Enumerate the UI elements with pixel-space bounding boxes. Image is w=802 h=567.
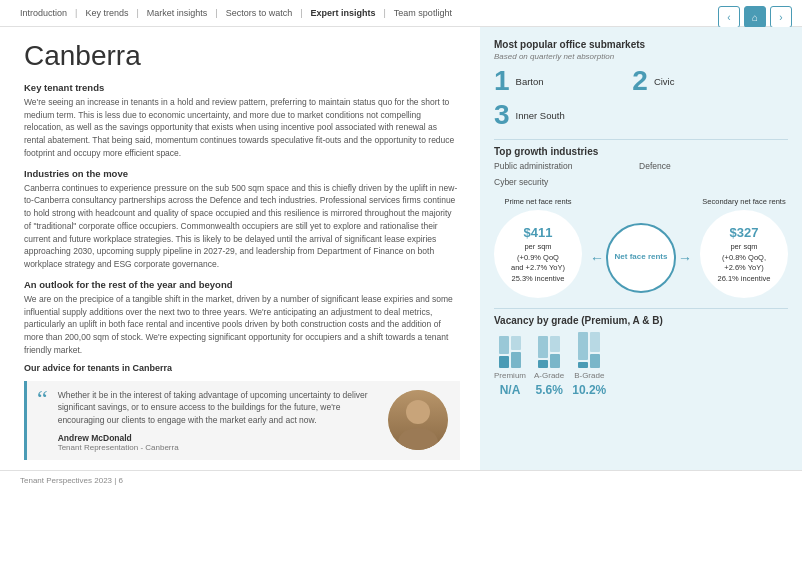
home-button[interactable]: ⌂ (744, 6, 766, 28)
agrade-label: A-Grade (534, 371, 564, 380)
submarket-rank-1: 1 (494, 67, 510, 95)
section-key-tenant-heading: Key tenant trends (24, 82, 460, 93)
bgrade-value: 10.2% (572, 383, 606, 397)
prime-detail1: per sqm (524, 242, 551, 253)
rents-container: Prime net face rents $411 per sqm (+0.9%… (494, 197, 788, 298)
nav-item-sectors[interactable]: Sectors to watch (226, 8, 293, 18)
nav-sep-4: | (300, 8, 302, 18)
quote-role: Tenant Representation - Canberra (58, 443, 378, 452)
nav-sep-1: | (75, 8, 77, 18)
prime-label: Prime net face rents (494, 197, 582, 206)
nav-sep-3: | (215, 8, 217, 18)
nav-sep-5: | (384, 8, 386, 18)
prime-price: $411 (524, 224, 553, 242)
divider-1 (494, 139, 788, 140)
prime-rent-box: $411 per sqm (+0.9% QoQ and +2.7% YoY) 2… (494, 210, 582, 298)
vacancy-premium: Premium N/A (494, 336, 526, 397)
left-panel: Canberra Key tenant trends We're seeing … (0, 27, 480, 470)
section-advice-heading: Our advice for tenants in Canberra (24, 363, 460, 373)
nav-item-expert[interactable]: Expert insights (311, 8, 376, 18)
vacancy-agrade: A-Grade 5.6% (534, 336, 564, 397)
arrow-right-icon: → (678, 250, 692, 266)
vacancy-bgrade: B-Grade 10.2% (572, 332, 606, 397)
industry-3: Cyber security (494, 177, 788, 187)
section-industries-heading: Industries on the move (24, 168, 460, 179)
agrade-value: 5.6% (535, 383, 562, 397)
next-button[interactable]: › (770, 6, 792, 28)
submarket-name-3: Inner South (516, 110, 565, 121)
svg-point-1 (398, 428, 438, 450)
vacancy-section: Vacancy by grade (Premium, A & B) (494, 315, 788, 397)
submarkets-subtitle: Based on quarterly net absorption (494, 52, 788, 61)
section-industries-text: Canberra continues to experience pressur… (24, 182, 460, 271)
secondary-rent-box: $327 per sqm (+0.8% QoQ, +2.6% YoY) 26.1… (700, 210, 788, 298)
nav-sep-2: | (136, 8, 138, 18)
footer: Tenant Perspectives 2023 | 6 (0, 470, 802, 490)
bgrade-bar-wrap (578, 332, 600, 368)
arrow-left-icon: ← (590, 250, 604, 266)
industries-grid: Public administration Defence Cyber secu… (494, 161, 788, 187)
divider-2 (494, 308, 788, 309)
growth-title: Top growth industries (494, 146, 788, 157)
secondary-price: $327 (730, 224, 759, 242)
secondary-detail1: per sqm (730, 242, 757, 253)
section-outlook-text: We are on the precipice of a tangible sh… (24, 293, 460, 357)
submarkets-title: Most popular office submarkets (494, 39, 788, 50)
prev-button[interactable]: ‹ (718, 6, 740, 28)
quote-content: Whether it be in the interest of taking … (58, 389, 378, 452)
top-nav: Introduction | Key trends | Market insig… (0, 0, 802, 27)
submarket-3: 3 Inner South (494, 101, 788, 129)
submarket-name-2: Civic (654, 76, 675, 87)
person-silhouette (388, 390, 448, 450)
secondary-label: Secondary net face rents (700, 197, 788, 206)
premium-value: N/A (500, 383, 521, 397)
industry-2: Defence (639, 161, 780, 171)
nav-item-market-insights[interactable]: Market insights (147, 8, 208, 18)
quote-mark-icon: “ (37, 387, 48, 411)
section-outlook-heading: An outlook for the rest of the year and … (24, 279, 460, 290)
submarket-name-1: Barton (516, 76, 544, 87)
quote-text: Whether it be in the interest of taking … (58, 389, 378, 427)
svg-point-0 (406, 400, 430, 424)
prime-incentive: 25.3% incentive (512, 274, 565, 285)
industry-1: Public administration (494, 161, 635, 171)
growth-section: Top growth industries Public administrat… (494, 146, 788, 187)
prime-detail3: and +2.7% YoY) (511, 263, 565, 274)
premium-label: Premium (494, 371, 526, 380)
net-face-rents-section: Prime net face rents $411 per sqm (+0.9%… (494, 197, 788, 298)
prime-detail2: (+0.9% QoQ (517, 253, 559, 264)
secondary-detail3: +2.6% YoY) (724, 263, 763, 274)
right-panel: Most popular office submarkets Based on … (480, 27, 802, 470)
submarket-1: 1 Barton (494, 67, 626, 95)
agrade-bar-wrap (538, 336, 560, 368)
submarkets-section: Most popular office submarkets Based on … (494, 39, 788, 129)
page-title: Canberra (24, 41, 460, 72)
nav-item-team[interactable]: Team spotlight (394, 8, 452, 18)
nav-arrows: ‹ ⌂ › (718, 6, 792, 28)
nav-item-introduction[interactable]: Introduction (20, 8, 67, 18)
submarkets-grid: 1 Barton 2 Civic 3 Inner South (494, 67, 788, 129)
quote-block: “ Whether it be in the interest of takin… (24, 381, 460, 460)
secondary-incentive: 26.1% incentive (718, 274, 771, 285)
quote-author: Andrew McDonald (58, 433, 378, 443)
submarket-rank-2: 2 (632, 67, 648, 95)
section-key-tenant-text: We're seeing an increase in tenants in a… (24, 96, 460, 160)
bgrade-label: B-Grade (574, 371, 604, 380)
vacancy-title: Vacancy by grade (Premium, A & B) (494, 315, 788, 326)
center-circle: Net face rents (606, 223, 676, 293)
quote-photo (388, 390, 448, 450)
submarket-rank-3: 3 (494, 101, 510, 129)
vacancy-bars: Premium N/A (494, 332, 788, 397)
submarket-2: 2 Civic (632, 67, 764, 95)
secondary-detail2: (+0.8% QoQ, (722, 253, 766, 264)
main-content: Canberra Key tenant trends We're seeing … (0, 27, 802, 470)
premium-bar-wrap (499, 336, 521, 368)
nav-item-key-trends[interactable]: Key trends (85, 8, 128, 18)
